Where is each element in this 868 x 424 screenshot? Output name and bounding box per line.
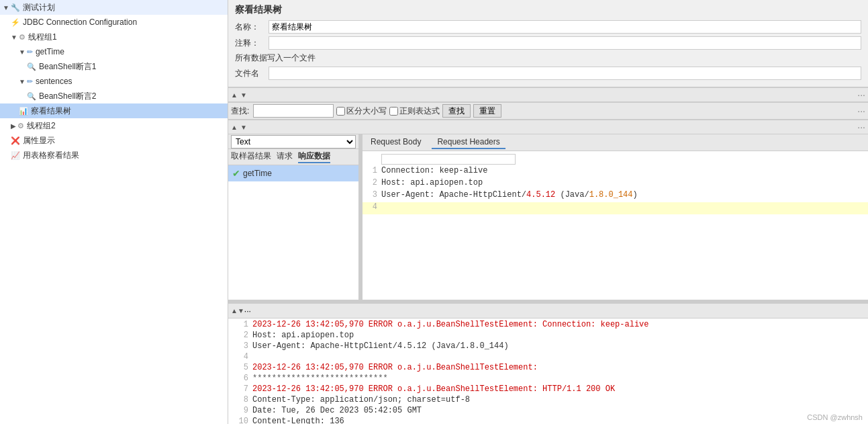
code-part: (Java/ — [555, 190, 589, 200]
subtab-request-body[interactable]: Request Body — [365, 136, 426, 149]
filename-label: 文件名 — [235, 68, 269, 79]
tree-label: 属性显示 — [23, 135, 55, 146]
regex-checkbox[interactable] — [389, 107, 398, 116]
case-sensitive-label[interactable]: 区分大小写 — [336, 105, 387, 117]
log-line: 4 — [232, 352, 864, 363]
log-line: 6 **************************** — [232, 374, 864, 384]
tree-item-thread-group-2[interactable]: ▶ ⚙ 线程组2 — [0, 118, 228, 133]
up-arrow-icon[interactable]: ▲ — [231, 91, 238, 99]
case-sensitive-checkbox[interactable] — [336, 107, 345, 116]
config-area: 察看结果树 名称： 注释： 所有数据写入一个文件 文件名 — [228, 0, 868, 87]
code-line-1: 1 Connection: keep-alive — [363, 166, 868, 178]
more-icon-3[interactable]: ··· — [857, 122, 865, 132]
expand-icon[interactable]: ▼ — [11, 34, 17, 41]
tree-item-result-tree[interactable]: 📊 察看结果树 — [0, 103, 228, 118]
name-input[interactable] — [269, 20, 861, 34]
tree-label: BeanShell断言1 — [39, 61, 96, 73]
log-line: 7 2023-12-26 13:42:05,970 ERROR o.a.j.u.… — [232, 384, 864, 395]
regex-label[interactable]: 正则表达式 — [389, 105, 440, 117]
expand-icon[interactable]: ▶ — [11, 122, 16, 130]
line-number: 4 — [363, 202, 381, 212]
sampler-item-gettime[interactable]: ✔ getTime — [228, 165, 358, 181]
line-content: Connection: keep-alive — [381, 166, 868, 175]
comment-label: 注释： — [235, 38, 269, 49]
line-number: 2 — [363, 178, 381, 187]
tab-sampler-results[interactable]: 取样器结果 — [231, 151, 271, 163]
tree-label: 察看结果树 — [31, 105, 71, 117]
tree-item-beanshell-1[interactable]: 🔍 BeanShell断言1 — [0, 59, 228, 74]
subtab-request-headers[interactable]: Request Headers — [432, 136, 505, 149]
log-down-arrow[interactable]: ▼ — [238, 307, 244, 314]
up-arrow-icon-2[interactable]: ▲ — [231, 124, 238, 131]
code-search-input[interactable] — [381, 154, 516, 165]
toolbar-row-1: ▲ ▼ ··· — [228, 87, 868, 102]
log-text: Host: api.apiopen.top — [252, 331, 864, 340]
tree-label: getTime — [36, 47, 64, 56]
log-text: **************************** — [252, 374, 864, 383]
log-text: 2023-12-26 13:42:05,970 ERROR o.a.j.u.Be… — [252, 320, 864, 329]
log-line: 8 Content-Type: application/json; charse… — [232, 395, 864, 406]
tree-item-table-result[interactable]: 📈 用表格察看结果 — [0, 148, 228, 163]
code-line-2: 2 Host: api.apiopen.top — [363, 178, 868, 190]
search-toolbar: 查找: 区分大小写 正则表达式 查找 重置 ··· — [228, 102, 868, 120]
success-icon: ✔ — [232, 168, 240, 179]
comment-row: 注释： — [235, 36, 861, 50]
find-button[interactable]: 查找 — [442, 104, 471, 118]
line-content: Host: api.apiopen.top — [381, 178, 868, 187]
log-line-num: 1 — [232, 320, 248, 329]
code-line-3: 3 User-Agent: Apache-HttpClient/4.5.12 (… — [363, 190, 868, 202]
tab-response-data[interactable]: 响应数据 — [298, 151, 330, 163]
tree-item-test-plan[interactable]: ▼ 🔧 测试计划 — [0, 0, 228, 15]
tree-label: 用表格察看结果 — [23, 150, 79, 161]
expand-icon[interactable]: ▼ — [3, 4, 9, 11]
down-arrow-icon-2[interactable]: ▼ — [240, 124, 247, 131]
table-result-icon: 📈 — [11, 151, 20, 160]
comment-input[interactable] — [269, 36, 861, 50]
more-icon-2[interactable]: ··· — [857, 105, 865, 116]
bottom-toolbar: ▲ ▼ ··· — [228, 304, 868, 319]
expand-icon[interactable]: ▼ — [19, 48, 26, 56]
format-dropdown[interactable]: Text — [231, 135, 356, 149]
sampler-items: ✔ getTime — [228, 165, 358, 300]
log-line-num: 6 — [232, 374, 248, 383]
code-area: 1 Connection: keep-alive 2 Host: api.api… — [363, 151, 868, 300]
tree-item-jdbc[interactable]: ⚡ JDBC Connection Configuration — [0, 15, 228, 30]
log-text: 2023-12-26 13:42:05,970 ERROR o.a.j.u.Be… — [252, 363, 864, 372]
down-arrow-icon[interactable]: ▼ — [240, 91, 247, 99]
detail-panel: Request Body Request Headers 1 Connectio… — [363, 134, 868, 300]
right-panel: 察看结果树 名称： 注释： 所有数据写入一个文件 文件名 ▲ ▼ ··· 查找:… — [228, 0, 868, 424]
write-file-label: 所有数据写入一个文件 — [235, 52, 861, 64]
tree-label: BeanShell断言2 — [39, 91, 96, 102]
tree-label: 测试计划 — [23, 2, 55, 13]
log-line: 3 User-Agent: Apache-HttpClient/4.5.12 (… — [232, 341, 864, 352]
log-line-num: 3 — [232, 341, 248, 351]
tree-item-gettime[interactable]: ▼ ✏ getTime — [0, 44, 228, 59]
thread-group-icon: ⚙ — [19, 33, 26, 42]
sampler-icon: ✏ — [27, 48, 33, 56]
tree-item-thread-group-1[interactable]: ▼ ⚙ 线程组1 — [0, 30, 228, 44]
tab-request[interactable]: 请求 — [277, 151, 293, 163]
sampler-icon: ✏ — [27, 77, 33, 86]
filename-input[interactable] — [269, 67, 861, 80]
log-line: 9 Date: Tue, 26 Dec 2023 05:42:05 GMT — [232, 406, 864, 417]
tree-item-property-display[interactable]: ❌ 属性显示 — [0, 133, 228, 148]
log-more-icon[interactable]: ··· — [244, 306, 251, 316]
log-up-arrow[interactable]: ▲ — [231, 307, 238, 314]
tree-item-beanshell-2[interactable]: 🔍 BeanShell断言2 — [0, 89, 228, 103]
log-line-num: 7 — [232, 384, 248, 394]
code-java-version: 1.8.0_144 — [589, 190, 633, 200]
log-text: User-Agent: Apache-HttpClient/4.5.12 (Ja… — [252, 341, 864, 351]
search-label: 查找: — [231, 105, 249, 117]
sampler-item-label: getTime — [243, 169, 272, 178]
expand-icon[interactable]: ▼ — [19, 78, 26, 85]
bottom-log: ▲ ▼ ··· 1 2023-12-26 13:42:05,970 ERROR … — [228, 303, 868, 424]
log-line-num: 5 — [232, 363, 248, 372]
tree-label: 线程组1 — [28, 32, 57, 43]
more-icon[interactable]: ··· — [857, 89, 865, 100]
reset-button[interactable]: 重置 — [473, 104, 501, 118]
code-part: User-Agent: Apache-HttpClient/ — [381, 190, 526, 200]
tree-label: sentences — [36, 77, 73, 86]
search-input[interactable] — [253, 104, 334, 118]
tree-item-sentences[interactable]: ▼ ✏ sentences — [0, 74, 228, 89]
log-text: Date: Tue, 26 Dec 2023 05:42:05 GMT — [252, 406, 864, 415]
